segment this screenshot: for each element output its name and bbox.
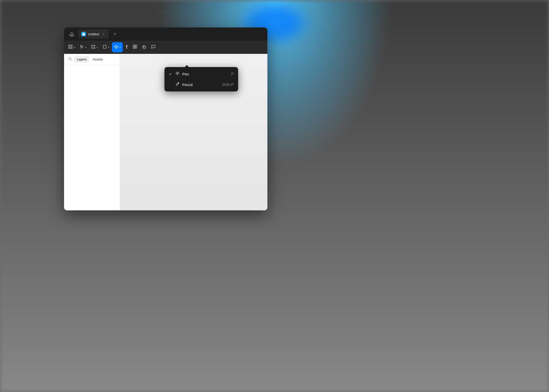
shape-tool-chevron: ▾ [108,46,109,49]
shape-tool[interactable]: ▾ [100,42,111,52]
app-window: Untitled × + ▾ ▾ [64,27,267,210]
comment-tool[interactable] [149,42,158,52]
components-icon [133,44,137,50]
svg-rect-14 [103,45,106,48]
pen-menu-item[interactable]: ✓ Pen P [166,69,237,79]
layers-tab[interactable]: Layers [74,56,89,63]
pen-icon [175,71,182,77]
pencil-menu-item[interactable]: ✓ Pencil Shift+P [166,79,237,90]
home-button[interactable] [66,28,77,40]
frame2-tool[interactable]: ▾ [89,42,100,52]
title-bar: Untitled × + [64,27,267,41]
hand-tool[interactable] [140,42,148,52]
add-tab-button[interactable]: + [111,30,119,38]
main-content: Layers Assets ✓ Pen P [64,54,267,210]
toolbar: ▾ ▾ [64,41,267,54]
pen-label: Pen [182,72,231,76]
svg-rect-5 [92,45,95,48]
frame2-tool-chevron: ▾ [97,46,98,49]
components-tool[interactable] [131,42,139,52]
pencil-label: Pencil [182,83,222,87]
hand-icon [142,44,146,50]
comment-icon [151,44,156,50]
svg-rect-4 [71,47,72,49]
frame-tool[interactable]: ▾ [66,42,77,52]
select-tool-chevron: ▾ [85,46,86,49]
sidebar: Layers Assets [64,54,120,210]
frame2-icon [91,44,96,50]
pen-tool[interactable]: ▾ [112,42,123,52]
select-tool[interactable]: ▾ [78,42,88,52]
pen-active-icon [114,44,118,50]
select-icon [80,44,84,50]
svg-rect-15 [133,45,135,46]
pencil-shortcut: Shift+P [222,83,234,87]
svg-rect-1 [69,45,70,46]
pencil-icon [175,82,182,87]
pen-check-icon: ✓ [169,72,175,76]
document-tab[interactable]: Untitled × [78,29,109,39]
pen-tool-chevron: ▾ [119,46,121,49]
tab-title: Untitled [88,32,99,36]
text-tool[interactable]: T [123,42,130,52]
pen-shortcut: P [231,72,234,76]
svg-rect-3 [69,47,70,49]
canvas-area[interactable]: ✓ Pen P ✓ [120,54,267,210]
text-icon: T [125,45,128,50]
svg-line-20 [178,83,179,84]
search-button[interactable] [67,56,73,63]
pen-tool-dropdown: ✓ Pen P ✓ [164,67,238,91]
sidebar-tabs: Layers Assets [64,54,120,65]
tab-close-button[interactable]: × [101,32,106,36]
assets-tab[interactable]: Assets [90,56,105,63]
svg-rect-16 [135,45,137,46]
tab-icon [81,32,86,36]
shape-icon [102,44,107,50]
svg-rect-2 [71,45,72,46]
frame-icon [68,44,73,50]
svg-rect-0 [71,35,72,36]
svg-line-19 [71,59,72,60]
svg-rect-17 [133,47,135,49]
frame-tool-chevron: ▾ [74,46,75,49]
